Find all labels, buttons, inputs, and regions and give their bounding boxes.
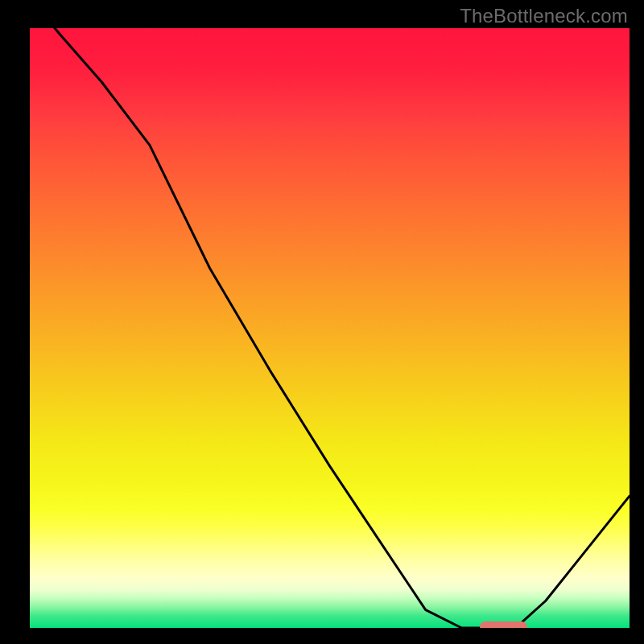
plot-area [30,28,630,628]
chart-frame: TheBottleneck.com [0,0,644,644]
bottleneck-curve [30,28,630,628]
optimal-marker [480,621,528,628]
watermark: TheBottleneck.com [460,5,628,27]
